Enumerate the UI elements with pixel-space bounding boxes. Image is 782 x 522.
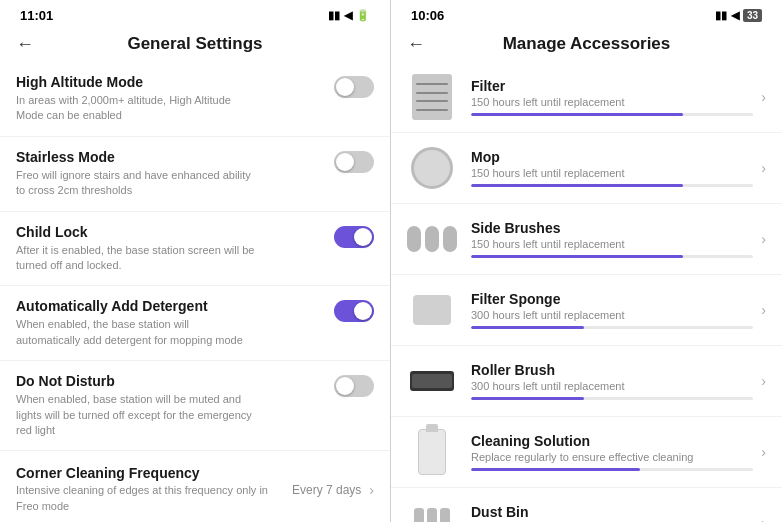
filter-sponge-progress-bar xyxy=(471,326,753,329)
setting-high-altitude-desc: In areas with 2,000m+ altitude, High Alt… xyxy=(16,93,256,124)
cleaning-solution-info: Cleaning Solution Replace regularly to e… xyxy=(471,433,753,471)
mop-progress-fill xyxy=(471,184,683,187)
right-wifi-icon: ◀ xyxy=(731,9,739,22)
side-brushes-progress-bar xyxy=(471,255,753,258)
stairless-toggle[interactable] xyxy=(334,151,374,173)
dust-bin-info: Dust Bin 10 hour(s) left until full (or … xyxy=(471,504,753,522)
setting-stairless-desc: Freo will ignore stairs and have enhance… xyxy=(16,168,256,199)
signal-icon: ▮▮ xyxy=(328,9,340,22)
left-header: ← General Settings xyxy=(0,28,390,62)
roller-brush-chevron: › xyxy=(761,373,766,389)
accessory-dust-bin[interactable]: Dust Bin 10 hour(s) left until full (or … xyxy=(391,488,782,522)
accessory-filter[interactable]: Filter 150 hours left until replacement … xyxy=(391,62,782,133)
left-time: 11:01 xyxy=(20,8,53,23)
setting-stairless-title: Stairless Mode xyxy=(16,149,256,165)
right-back-button[interactable]: ← xyxy=(407,34,425,55)
right-status-bar: 10:06 ▮▮ ◀ 33 xyxy=(391,0,782,28)
mop-name: Mop xyxy=(471,149,753,165)
filter-info: Filter 150 hours left until replacement xyxy=(471,78,753,116)
mop-chevron: › xyxy=(761,160,766,176)
accessory-cleaning-solution[interactable]: Cleaning Solution Replace regularly to e… xyxy=(391,417,782,488)
setting-high-altitude-title: High Altitude Mode xyxy=(16,74,256,90)
setting-child-lock-desc: After it is enabled, the base station sc… xyxy=(16,243,256,274)
filter-sponge-icon xyxy=(407,285,457,335)
corner-cleaning-chevron: › xyxy=(369,482,374,498)
dust-bin-icon xyxy=(407,498,457,522)
high-altitude-toggle[interactable] xyxy=(334,76,374,98)
accessory-filter-sponge[interactable]: Filter Sponge 300 hours left until repla… xyxy=(391,275,782,346)
cleaning-solution-icon xyxy=(407,427,457,477)
side-brushes-info: Side Brushes 150 hours left until replac… xyxy=(471,220,753,258)
battery-icon: 🔋 xyxy=(356,9,370,22)
dust-bin-name: Dust Bin xyxy=(471,504,753,520)
filter-icon xyxy=(407,72,457,122)
mop-icon xyxy=(407,143,457,193)
setting-child-lock: Child Lock After it is enabled, the base… xyxy=(0,212,390,287)
dnd-toggle[interactable] xyxy=(334,375,374,397)
roller-brush-icon xyxy=(407,356,457,406)
wifi-icon: ◀ xyxy=(344,9,352,22)
accessory-mop[interactable]: Mop 150 hours left until replacement › xyxy=(391,133,782,204)
accessory-roller-brush[interactable]: Roller Brush 300 hours left until replac… xyxy=(391,346,782,417)
setting-corner-cleaning[interactable]: Corner Cleaning Frequency Intensive clea… xyxy=(0,451,390,522)
cleaning-solution-chevron: › xyxy=(761,444,766,460)
filter-chevron: › xyxy=(761,89,766,105)
child-lock-toggle[interactable] xyxy=(334,226,374,248)
setting-stairless: Stairless Mode Freo will ignore stairs a… xyxy=(0,137,390,212)
cleaning-solution-status: Replace regularly to ensure effective cl… xyxy=(471,451,753,463)
accessory-side-brushes[interactable]: Side Brushes 150 hours left until replac… xyxy=(391,204,782,275)
setting-auto-detergent-title: Automatically Add Detergent xyxy=(16,298,256,314)
roller-brush-icon-shape xyxy=(410,371,454,391)
setting-auto-detergent: Automatically Add Detergent When enabled… xyxy=(0,286,390,361)
setting-auto-detergent-desc: When enabled, the base station will auto… xyxy=(16,317,256,348)
roller-brush-status: 300 hours left until replacement xyxy=(471,380,753,392)
left-page-title: General Settings xyxy=(16,34,374,54)
right-header: ← Manage Accessories xyxy=(391,28,782,62)
left-status-icons: ▮▮ ◀ 🔋 xyxy=(328,9,370,22)
cleaning-solution-progress-fill xyxy=(471,468,640,471)
filter-progress-fill xyxy=(471,113,683,116)
filter-status: 150 hours left until replacement xyxy=(471,96,753,108)
filter-sponge-chevron: › xyxy=(761,302,766,318)
left-back-button[interactable]: ← xyxy=(16,34,34,55)
side-brushes-progress-fill xyxy=(471,255,683,258)
right-status-icons: ▮▮ ◀ 33 xyxy=(715,9,762,22)
roller-brush-name: Roller Brush xyxy=(471,362,753,378)
filter-sponge-progress-fill xyxy=(471,326,584,329)
left-phone: 11:01 ▮▮ ◀ 🔋 ← General Settings High Alt… xyxy=(0,0,391,522)
filter-sponge-status: 300 hours left until replacement xyxy=(471,309,753,321)
setting-child-lock-title: Child Lock xyxy=(16,224,256,240)
right-page-title: Manage Accessories xyxy=(407,34,766,54)
roller-brush-info: Roller Brush 300 hours left until replac… xyxy=(471,362,753,400)
mop-progress-bar xyxy=(471,184,753,187)
left-content: High Altitude Mode In areas with 2,000m+… xyxy=(0,62,390,522)
setting-high-altitude: High Altitude Mode In areas with 2,000m+… xyxy=(0,62,390,137)
right-time: 10:06 xyxy=(411,8,444,23)
auto-detergent-toggle[interactable] xyxy=(334,300,374,322)
side-brushes-icon xyxy=(407,214,457,264)
cleaning-solution-icon-shape xyxy=(418,429,446,475)
setting-dnd-desc: When enabled, base station will be muted… xyxy=(16,392,256,438)
mop-info: Mop 150 hours left until replacement xyxy=(471,149,753,187)
filter-icon-shape xyxy=(412,74,452,120)
right-content: Filter 150 hours left until replacement … xyxy=(391,62,782,522)
dust-bin-icon-shape xyxy=(414,508,450,522)
right-phone: 10:06 ▮▮ ◀ 33 ← Manage Accessories xyxy=(391,0,782,522)
mop-status: 150 hours left until replacement xyxy=(471,167,753,179)
dust-bin-chevron: › xyxy=(761,515,766,522)
mop-icon-shape xyxy=(411,147,453,189)
corner-cleaning-desc: Intensive cleaning of edges at this freq… xyxy=(16,483,292,514)
right-signal-icon: ▮▮ xyxy=(715,9,727,22)
roller-brush-progress-bar xyxy=(471,397,753,400)
filter-progress-bar xyxy=(471,113,753,116)
corner-cleaning-value-row: Every 7 days › xyxy=(292,482,374,498)
left-status-bar: 11:01 ▮▮ ◀ 🔋 xyxy=(0,0,390,28)
filter-sponge-info: Filter Sponge 300 hours left until repla… xyxy=(471,291,753,329)
right-battery-icon: 33 xyxy=(743,9,762,22)
phones-container: 11:01 ▮▮ ◀ 🔋 ← General Settings High Alt… xyxy=(0,0,782,522)
side-brushes-name: Side Brushes xyxy=(471,220,753,236)
filter-sponge-name: Filter Sponge xyxy=(471,291,753,307)
corner-cleaning-title: Corner Cleaning Frequency xyxy=(16,465,292,481)
roller-brush-progress-fill xyxy=(471,397,584,400)
corner-cleaning-value: Every 7 days xyxy=(292,483,361,497)
